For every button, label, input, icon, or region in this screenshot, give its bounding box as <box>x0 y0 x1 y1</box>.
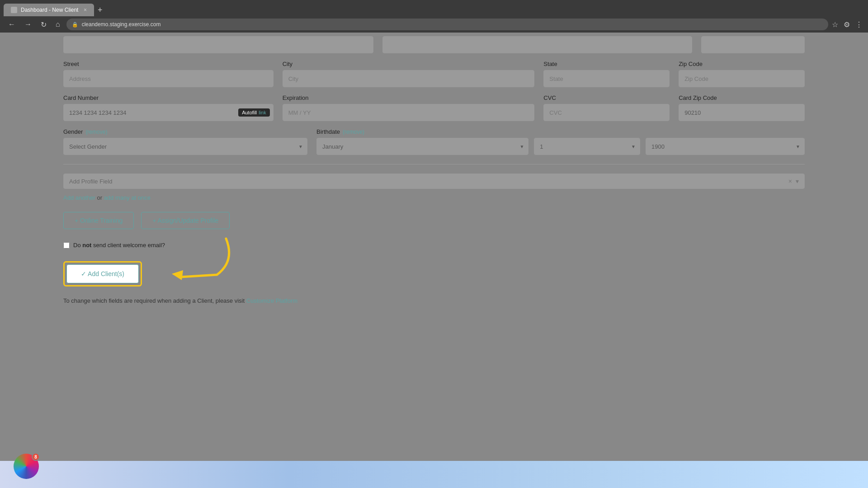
zip-input[interactable] <box>679 70 805 87</box>
not-bold: not <box>82 242 91 249</box>
year-select-wrapper: 1900 1990 2000 <box>646 138 805 155</box>
notification-avatar[interactable]: 8 <box>14 454 39 479</box>
card-zip-group: Card Zip Code <box>679 94 805 121</box>
nav-right-icons: ☆ ⚙ ⋮ <box>832 20 863 29</box>
lock-icon: 🔒 <box>72 22 78 28</box>
no-welcome-email-label: Do not send client welcome email? <box>73 242 165 249</box>
add-client-container: ✓ Add Client(s) <box>63 261 142 286</box>
top-input-3[interactable] <box>701 36 805 53</box>
active-tab[interactable]: Dashboard - New Client × <box>4 4 94 16</box>
cvc-label: CVC <box>543 94 670 101</box>
card-number-wrapper: Autofill link <box>63 104 274 121</box>
profile-dropdown-icon[interactable]: ▾ <box>796 178 799 185</box>
gender-remove-link[interactable]: (remove) <box>85 129 107 135</box>
gender-group: Gender (remove) Select Gender Male Femal… <box>63 128 307 155</box>
top-field-2 <box>382 36 693 53</box>
birthdate-label: Birthdate (remove) <box>316 128 805 135</box>
assign-profile-button[interactable]: + Assign/Update Profile <box>141 212 230 229</box>
divider <box>63 164 805 164</box>
new-tab-button[interactable]: + <box>94 5 106 15</box>
no-welcome-email-row: Do not send client welcome email? <box>63 242 805 249</box>
top-strip <box>63 36 805 53</box>
card-zip-label: Card Zip Code <box>679 94 805 101</box>
nav-bar: ← → ↻ ⌂ 🔒 cleandemo.staging.exercise.com… <box>0 16 868 33</box>
tab-favicon <box>11 7 17 13</box>
month-select[interactable]: January February March April May June Ju… <box>316 138 528 155</box>
profile-field-actions: × ▾ <box>788 178 799 185</box>
address-row: Street City State Zip Code <box>63 61 805 87</box>
expiration-group: Expiration <box>283 94 535 121</box>
tab-bar: Dashboard - New Client × + <box>0 0 868 16</box>
bottom-bar <box>0 461 868 488</box>
state-label: State <box>543 61 670 67</box>
top-field-3 <box>701 36 805 53</box>
page-content: Street City State Zip Code Card Number A… <box>0 33 868 461</box>
birthdate-group: Birthdate (remove) January February Marc… <box>316 128 805 155</box>
zip-label: Zip Code <box>679 61 805 67</box>
city-label: City <box>283 61 535 67</box>
gender-select[interactable]: Select Gender Male Female Other <box>63 138 307 155</box>
no-welcome-email-checkbox[interactable] <box>63 242 70 249</box>
autofill-label: Autofill <box>242 110 257 115</box>
birthdate-selects: January February March April May June Ju… <box>316 138 805 155</box>
gender-label: Gender (remove) <box>63 128 307 135</box>
online-training-button[interactable]: + Online Training <box>63 212 134 229</box>
add-client-highlight: ✓ Add Client(s) <box>63 261 142 286</box>
expiration-label: Expiration <box>283 94 535 101</box>
svg-marker-0 <box>172 270 183 280</box>
cvc-group: CVC <box>543 94 670 121</box>
city-input[interactable] <box>283 70 535 87</box>
top-input-1[interactable] <box>63 36 373 53</box>
add-client-button[interactable]: ✓ Add Client(s) <box>66 264 139 283</box>
star-icon[interactable]: ☆ <box>832 20 838 29</box>
day-select-wrapper: 1 2 15 31 <box>534 138 640 155</box>
extensions-icon[interactable]: ⚙ <box>844 20 850 29</box>
menu-icon[interactable]: ⋮ <box>855 20 863 29</box>
state-input[interactable] <box>543 70 670 87</box>
url-text: cleandemo.staging.exercise.com <box>82 21 161 28</box>
street-input[interactable] <box>63 70 274 87</box>
gender-select-wrapper: Select Gender Male Female Other <box>63 138 307 155</box>
city-group: City <box>283 61 535 87</box>
address-bar[interactable]: 🔒 cleandemo.staging.exercise.com <box>66 19 828 30</box>
browser-chrome: Dashboard - New Client × + ← → ↻ ⌂ 🔒 cle… <box>0 0 868 33</box>
profile-clear-icon[interactable]: × <box>788 178 792 185</box>
birthdate-remove-link[interactable]: (remove) <box>343 129 364 135</box>
personal-row: Gender (remove) Select Gender Male Femal… <box>63 128 805 155</box>
card-number-label: Card Number <box>63 94 274 101</box>
tab-title: Dashboard - New Client <box>21 7 78 13</box>
footer-text: To change which fields are required when… <box>63 297 805 304</box>
action-buttons: + Online Training + Assign/Update Profil… <box>63 212 805 229</box>
refresh-button[interactable]: ↻ <box>38 19 49 30</box>
back-button[interactable]: ← <box>5 19 18 29</box>
cvc-input[interactable] <box>543 104 670 121</box>
top-input-2[interactable] <box>382 36 693 53</box>
customize-platform-link[interactable]: Customize Platform <box>246 297 297 304</box>
add-many-link[interactable]: add many at once <box>104 194 151 201</box>
card-number-group: Card Number Autofill link <box>63 94 274 121</box>
add-another-link[interactable]: Add another <box>63 194 95 201</box>
street-group: Street <box>63 61 274 87</box>
day-select[interactable]: 1 2 15 31 <box>534 138 640 155</box>
year-select[interactable]: 1900 1990 2000 <box>646 138 805 155</box>
add-links: Add another or add many at once <box>63 194 805 201</box>
street-label: Street <box>63 61 274 67</box>
month-select-wrapper: January February March April May June Ju… <box>316 138 528 155</box>
expiration-input[interactable] <box>283 104 535 121</box>
or-text: or <box>97 194 104 201</box>
profile-field-placeholder: Add Profile Field <box>69 178 788 185</box>
zip-group: Zip Code <box>679 61 805 87</box>
forward-button[interactable]: → <box>22 19 34 29</box>
profile-field-row[interactable]: Add Profile Field × ▾ <box>63 174 805 189</box>
autofill-link[interactable]: link <box>259 110 266 115</box>
state-group: State <box>543 61 670 87</box>
autofill-badge: Autofill link <box>238 108 270 117</box>
top-field-1 <box>63 36 373 53</box>
payment-row: Card Number Autofill link Expiration CVC… <box>63 94 805 121</box>
home-button[interactable]: ⌂ <box>53 19 63 29</box>
notification-badge: 8 <box>32 453 40 461</box>
tab-close-button[interactable]: × <box>84 7 87 13</box>
footer-before-text: To change which fields are required when… <box>63 297 245 304</box>
card-zip-input[interactable] <box>679 104 805 121</box>
